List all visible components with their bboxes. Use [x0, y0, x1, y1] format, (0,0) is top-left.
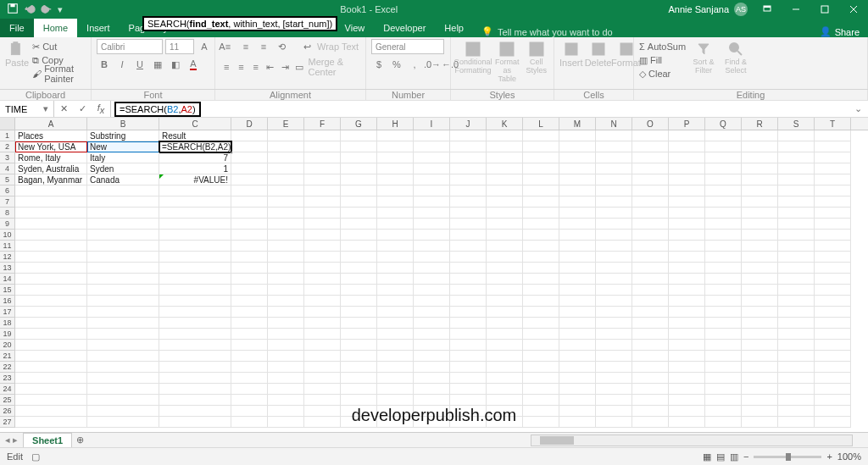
cell[interactable]: [304, 241, 341, 252]
cell[interactable]: [815, 351, 851, 362]
cell[interactable]: [815, 329, 851, 340]
cell[interactable]: [231, 351, 268, 362]
cell[interactable]: [778, 340, 815, 351]
cell[interactable]: [414, 329, 450, 340]
cell[interactable]: [414, 395, 450, 406]
cell[interactable]: [450, 263, 487, 274]
cell[interactable]: [377, 163, 414, 174]
column-header[interactable]: T: [815, 118, 851, 130]
cell[interactable]: [231, 152, 268, 163]
cell[interactable]: [414, 197, 450, 208]
cell[interactable]: [231, 208, 268, 219]
cell[interactable]: [705, 130, 742, 141]
cell[interactable]: [523, 230, 559, 241]
cell[interactable]: [15, 307, 87, 318]
cell[interactable]: [87, 197, 159, 208]
cell[interactable]: [559, 163, 596, 174]
cell[interactable]: [87, 230, 159, 241]
cell[interactable]: [559, 340, 596, 351]
cell[interactable]: [669, 130, 705, 141]
cell[interactable]: [596, 208, 632, 219]
column-header[interactable]: B: [87, 118, 159, 130]
cell[interactable]: [304, 252, 341, 263]
cell[interactable]: [487, 384, 523, 395]
cell[interactable]: [596, 141, 632, 152]
cell[interactable]: [304, 197, 341, 208]
row-header[interactable]: 1: [0, 130, 15, 141]
cell[interactable]: [742, 296, 778, 307]
ribbon-options-icon[interactable]: [753, 0, 782, 19]
cell[interactable]: [596, 384, 632, 395]
cell[interactable]: [268, 285, 304, 296]
cell[interactable]: [523, 208, 559, 219]
cell[interactable]: [377, 152, 414, 163]
cell[interactable]: [268, 318, 304, 329]
cell[interactable]: [377, 263, 414, 274]
zoom-out-button[interactable]: −: [743, 451, 748, 462]
cell[interactable]: [596, 307, 632, 318]
cell[interactable]: [377, 174, 414, 185]
cell[interactable]: [778, 252, 815, 263]
cell[interactable]: [450, 362, 487, 373]
cell[interactable]: [87, 296, 159, 307]
cell[interactable]: [15, 362, 87, 373]
cell[interactable]: [669, 185, 705, 197]
cell[interactable]: [341, 152, 377, 163]
cell[interactable]: [815, 163, 851, 174]
cell[interactable]: [450, 152, 487, 163]
cell[interactable]: [632, 263, 669, 274]
cell[interactable]: [632, 219, 669, 230]
cell[interactable]: [450, 395, 487, 406]
cell[interactable]: [450, 252, 487, 263]
cell[interactable]: [742, 230, 778, 241]
cell[interactable]: [705, 152, 742, 163]
cell[interactable]: [705, 417, 742, 428]
cell[interactable]: [87, 285, 159, 296]
cell[interactable]: [669, 351, 705, 362]
cell[interactable]: Syden: [87, 163, 159, 174]
page-break-view-icon[interactable]: ▥: [730, 451, 738, 462]
cell[interactable]: [231, 318, 268, 329]
cell[interactable]: [487, 197, 523, 208]
cell[interactable]: [705, 340, 742, 351]
cell[interactable]: [304, 230, 341, 241]
chevron-down-icon[interactable]: ▾: [43, 103, 48, 114]
cell[interactable]: [159, 296, 231, 307]
cell[interactable]: [815, 152, 851, 163]
expand-formula-bar-icon[interactable]: ⌄: [851, 103, 865, 114]
cell[interactable]: [596, 252, 632, 263]
column-header[interactable]: G: [341, 118, 377, 130]
cell[interactable]: [742, 285, 778, 296]
cell[interactable]: [523, 395, 559, 406]
cell[interactable]: [778, 362, 815, 373]
cell[interactable]: [377, 219, 414, 230]
row-header[interactable]: 10: [0, 230, 15, 241]
cell[interactable]: [268, 373, 304, 384]
cell[interactable]: [596, 296, 632, 307]
cell[interactable]: [778, 329, 815, 340]
cell[interactable]: [596, 174, 632, 185]
cell[interactable]: [487, 329, 523, 340]
cell[interactable]: [159, 219, 231, 230]
cell[interactable]: [159, 230, 231, 241]
cell[interactable]: [596, 219, 632, 230]
cell[interactable]: [377, 208, 414, 219]
cell[interactable]: [87, 318, 159, 329]
cell[interactable]: [341, 263, 377, 274]
column-header[interactable]: O: [632, 118, 669, 130]
cell[interactable]: [487, 208, 523, 219]
cell[interactable]: [742, 274, 778, 285]
cell[interactable]: [815, 263, 851, 274]
cell[interactable]: [815, 373, 851, 384]
cell[interactable]: [341, 285, 377, 296]
cell[interactable]: [742, 362, 778, 373]
cell[interactable]: [632, 406, 669, 417]
cell[interactable]: [159, 340, 231, 351]
cell[interactable]: [742, 219, 778, 230]
cell[interactable]: [596, 340, 632, 351]
cell[interactable]: [268, 362, 304, 373]
cell[interactable]: [778, 296, 815, 307]
cell[interactable]: [341, 340, 377, 351]
row-header[interactable]: 27: [0, 417, 15, 428]
row-header[interactable]: 12: [0, 252, 15, 263]
